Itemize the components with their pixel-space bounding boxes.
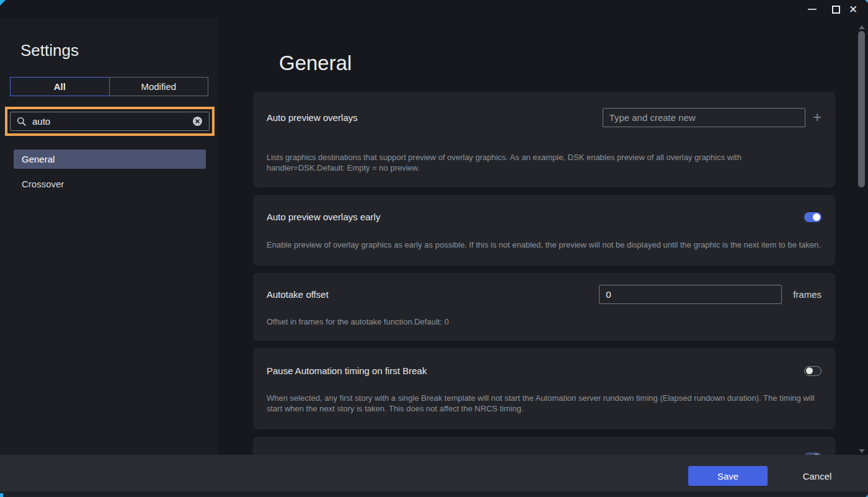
- search-highlight-ring: [5, 107, 215, 136]
- setting-card-partially-hidden: [253, 437, 835, 455]
- footer-bar: Save Cancel: [0, 455, 868, 497]
- setting-description: When selected, any first story with a si…: [267, 393, 822, 414]
- setting-card-pause-automation-timing: Pause Automation timing on first Break W…: [253, 348, 835, 429]
- search-input[interactable]: [32, 116, 187, 127]
- setting-card-auto-preview-overlays: Auto preview overlays + Lists graphics d…: [253, 92, 835, 187]
- corner-marker-bottom-left: [0, 493, 3, 497]
- setting-card-auto-preview-overlays-early: Auto preview overlays early Enable previ…: [253, 195, 835, 266]
- maximize-icon: [832, 6, 840, 14]
- setting-description: Lists graphics destinations that support…: [267, 153, 822, 174]
- toggle-knob: [813, 213, 820, 221]
- footer-bottom-shade: [0, 491, 868, 497]
- sidebar-item-crossover[interactable]: Crossover: [14, 174, 206, 194]
- add-icon[interactable]: +: [813, 110, 822, 125]
- cancel-button[interactable]: Cancel: [787, 466, 847, 486]
- scrollbar-thumb[interactable]: [858, 31, 865, 187]
- maximize-button[interactable]: [826, 0, 845, 19]
- tab-modified[interactable]: Modified: [109, 77, 209, 96]
- clear-search-icon[interactable]: [192, 116, 203, 127]
- auto-preview-overlays-input[interactable]: [603, 108, 805, 127]
- close-button[interactable]: ✕: [844, 0, 862, 19]
- page-title: General: [279, 51, 352, 75]
- search-box[interactable]: [10, 112, 210, 131]
- autotake-offset-input[interactable]: [599, 285, 782, 304]
- toggle-knob: [806, 367, 813, 374]
- save-button[interactable]: Save: [688, 466, 768, 486]
- minimize-icon: [808, 9, 817, 10]
- minimize-button[interactable]: [803, 0, 822, 19]
- search-icon: [17, 117, 27, 127]
- filter-tabs: All Modified: [10, 77, 208, 96]
- close-icon: ✕: [849, 4, 857, 15]
- setting-label: Pause Automation timing on first Break: [267, 365, 427, 376]
- title-bar: ✕: [0, 0, 868, 19]
- tab-all[interactable]: All: [10, 77, 110, 96]
- sidebar-item-general[interactable]: General: [14, 150, 206, 169]
- setting-description: Offset in frames for the autotake functi…: [267, 317, 822, 328]
- setting-card-autotake-offset: Autotake offset frames Offset in frames …: [253, 273, 835, 341]
- settings-section-list: General Crossover: [14, 150, 206, 194]
- scroll-down-arrow-icon[interactable]: [859, 449, 865, 453]
- auto-preview-early-toggle[interactable]: [804, 212, 822, 222]
- scroll-up-arrow-icon[interactable]: [859, 25, 865, 29]
- setting-label: Auto preview overlays: [267, 112, 358, 123]
- settings-sidebar: Settings All Modified General Crossover: [0, 19, 218, 455]
- setting-label: Auto preview overlays early: [267, 212, 380, 222]
- pause-automation-toggle[interactable]: [804, 366, 822, 376]
- unit-label: frames: [793, 289, 822, 300]
- setting-description: Enable preview of overlay graphics as ea…: [267, 240, 822, 251]
- setting-label: Autotake offset: [267, 289, 329, 300]
- sidebar-title: Settings: [20, 41, 79, 60]
